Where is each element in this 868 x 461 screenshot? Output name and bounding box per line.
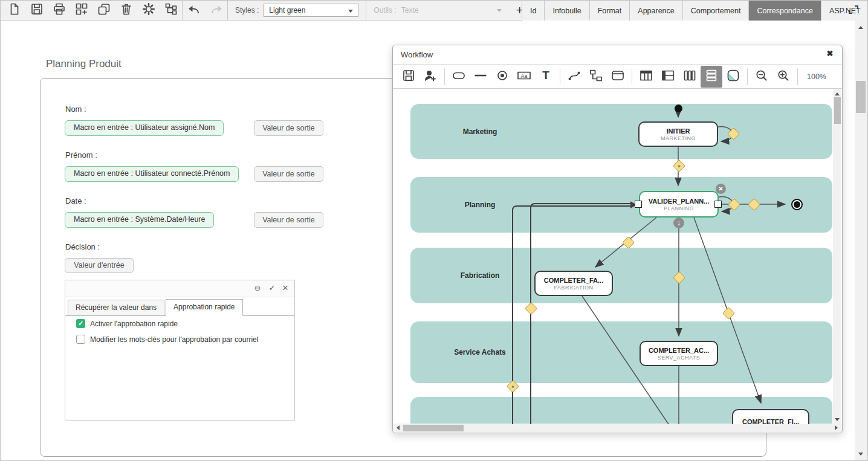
diamond-dot	[511, 384, 514, 388]
expand-window-button[interactable]	[845, 2, 862, 19]
page-vertical-scrollbar[interactable]	[855, 21, 867, 461]
start-node[interactable]	[675, 105, 682, 112]
print-button[interactable]	[48, 1, 70, 20]
text-tool-button[interactable]: T	[535, 66, 557, 88]
scroll-up-arrow[interactable]	[835, 92, 840, 95]
checkbox-row-modifier: Modifier les mots-clés pour l'approbatio…	[76, 335, 258, 344]
horizontal-lanes-icon	[704, 68, 719, 85]
node-completer-fabrication[interactable]: COMPLETER_FA... FABRICATION	[534, 271, 613, 296]
macro-pill-prenom[interactable]: Macro en entrée : Utilisateur connecté.P…	[65, 166, 239, 182]
tab-approbation-rapide[interactable]: Approbation rapide	[166, 299, 242, 316]
macro-pill-nom[interactable]: Macro en entrée : Utilisateur assigné.No…	[65, 120, 224, 136]
toolbar-separator	[747, 68, 748, 85]
styles-label: Styles :	[235, 6, 259, 15]
table-rows-button[interactable]	[657, 66, 679, 88]
collapse-icon[interactable]: ⊖	[252, 283, 263, 292]
chevron-down-icon	[497, 9, 502, 12]
horizontal-lanes-button[interactable]	[701, 66, 722, 88]
end-node-core	[794, 201, 800, 208]
tab-recuperer-la-valeur[interactable]: Récupérer la valeur dans	[68, 300, 164, 316]
output-value-button-date[interactable]: Valeur de sortie	[254, 212, 323, 228]
connector-tool-button[interactable]	[563, 66, 585, 88]
vertical-lanes-button[interactable]	[679, 66, 701, 88]
add-component-button[interactable]	[70, 1, 92, 20]
tab-correspondance[interactable]: Correspondance	[748, 1, 820, 21]
undo-icon	[187, 2, 201, 19]
checkbox-modifier-mots-cles[interactable]	[76, 335, 85, 344]
checkbox-activer-approbation[interactable]: ✓	[76, 319, 85, 328]
vertical-scroll-thumb[interactable]	[834, 97, 841, 124]
undo-button[interactable]	[183, 1, 205, 20]
vertical-lanes-icon	[682, 68, 697, 85]
workflow-save-button[interactable]	[398, 66, 419, 88]
redo-icon	[209, 2, 224, 19]
end-node-tool-button[interactable]	[491, 66, 513, 88]
lane-icon	[611, 68, 625, 85]
delete-button[interactable]	[115, 1, 137, 20]
node-completer-achats[interactable]: COMPLETER_AC... SERV_ACHATS	[640, 341, 718, 366]
horizontal-scroll-thumb[interactable]	[403, 425, 464, 431]
zoom-in-button[interactable]	[772, 66, 794, 88]
duplicate-button[interactable]	[92, 1, 115, 20]
scroll-down-arrow[interactable]	[858, 453, 863, 456]
resize-handle-right[interactable]	[714, 201, 722, 208]
end-node-icon	[495, 68, 510, 85]
line-tool-button[interactable]	[470, 66, 491, 88]
settings-button[interactable]	[137, 1, 160, 20]
node-subtitle: PLANNING	[664, 205, 694, 211]
hierarchy-button[interactable]	[160, 1, 182, 20]
node-completer-finances[interactable]: COMPLETER_FI...	[732, 409, 809, 424]
close-icon[interactable]: ✕	[280, 283, 291, 292]
close-icon[interactable]: ✖	[824, 49, 836, 58]
tab-apparence[interactable]: Apparence	[629, 1, 682, 21]
save-button[interactable]	[25, 1, 48, 20]
scroll-down-arrow[interactable]	[835, 418, 840, 421]
link-node-button[interactable]: ↓	[673, 218, 684, 228]
output-value-button-nom[interactable]: Valeur de sortie	[254, 120, 323, 136]
print-icon	[52, 2, 66, 19]
tab-format[interactable]: Format	[589, 1, 630, 21]
save-icon	[30, 2, 44, 19]
theme-button[interactable]	[722, 66, 744, 88]
confirm-icon[interactable]: ✓	[267, 283, 277, 292]
activity-shape-button[interactable]	[448, 66, 470, 88]
workflow-dialog-titlebar[interactable]: Workflow ✖	[393, 45, 842, 65]
node-valider-planning[interactable]: VALIDER_PLANN... PLANNING	[639, 191, 719, 218]
toolbar-separator	[227, 1, 228, 21]
new-document-button[interactable]	[3, 1, 25, 20]
add-user-button[interactable]	[419, 66, 441, 88]
redo-button[interactable]	[205, 1, 227, 20]
diamond-dot	[677, 164, 681, 167]
macro-pill-date[interactable]: Macro en entrée : Système.Date/Heure	[65, 212, 214, 228]
tab-comportement[interactable]: Comportement	[682, 1, 749, 21]
tools-dropdown-value[interactable]: Texte	[401, 6, 419, 15]
resize-handle-left[interactable]	[635, 201, 642, 208]
chevron-down-icon	[348, 10, 353, 13]
table-rows-icon	[661, 68, 675, 85]
node-initier[interactable]: INITIER MARKETING	[638, 121, 718, 147]
styles-dropdown[interactable]: Light green	[264, 4, 358, 17]
save-icon	[401, 68, 416, 85]
mapping-panel-header: ⊖ ✓ ✕	[65, 280, 294, 297]
output-value-button-prenom[interactable]: Valeur de sortie	[254, 166, 323, 182]
tab-id[interactable]: Id	[522, 1, 544, 21]
tab-infobulle[interactable]: Infobulle	[544, 1, 589, 21]
table-columns-button[interactable]	[635, 66, 657, 88]
subflow-tool-button[interactable]	[585, 66, 607, 88]
scroll-right-arrow[interactable]	[835, 425, 838, 430]
lane-tool-button[interactable]	[607, 66, 629, 88]
application-window: Styles : Light green Outils : Texte + Id…	[0, 0, 868, 461]
label-tool-button[interactable]: Aa	[513, 66, 535, 88]
workflow-canvas[interactable]: Marketing Planning Fabrication Service A…	[394, 89, 833, 424]
end-node[interactable]	[791, 199, 803, 210]
canvas-vertical-scrollbar[interactable]	[833, 89, 841, 424]
add-user-icon	[423, 68, 438, 85]
scroll-up-arrow[interactable]	[858, 26, 863, 29]
input-value-button[interactable]: Valeur d'entrée	[65, 258, 134, 273]
zoom-out-button[interactable]	[751, 66, 772, 88]
toolbar-separator	[444, 68, 445, 85]
delete-node-button[interactable]: ✕	[716, 184, 726, 194]
scroll-left-arrow[interactable]	[397, 425, 400, 430]
vertical-scroll-thumb[interactable]	[856, 81, 866, 113]
canvas-horizontal-scrollbar[interactable]	[394, 424, 842, 432]
